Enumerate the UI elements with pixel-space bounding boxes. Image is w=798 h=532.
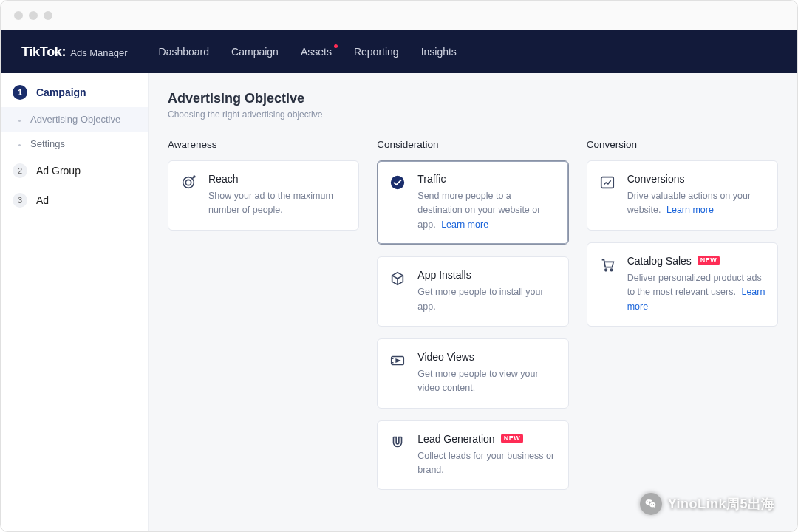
brand: TikTok: Ads Manager — [21, 44, 128, 60]
col-awareness: Awareness Reach Show your ad to the maxi… — [168, 139, 359, 502]
card-title: Conversions — [627, 173, 765, 185]
card-lead-generation[interactable]: Lead Generation NEW Collect leads for yo… — [377, 420, 568, 491]
window-frame: TikTok: Ads Manager Dashboard Campaign A… — [0, 0, 798, 532]
card-catalog-sales[interactable]: Catalog Sales NEW Deliver personalized p… — [587, 242, 778, 327]
card-desc: Get more people to view your video conte… — [417, 367, 556, 396]
cube-icon — [388, 269, 407, 288]
card-desc: Deliver personalized product ads to the … — [627, 271, 765, 314]
col-consideration: Consideration Traffic Send more people t… — [377, 139, 568, 502]
col-conversion: Conversion Conversions Drive valuable ac… — [587, 139, 778, 502]
card-desc: Send more people to a destination on you… — [417, 189, 556, 232]
col-head-conversion: Conversion — [587, 139, 778, 150]
sidebar-step-ad-group[interactable]: 2 Ad Group — [1, 156, 148, 185]
card-desc: Collect leads for your business or brand… — [417, 449, 556, 478]
step-label: Ad Group — [36, 165, 81, 177]
card-desc: Drive valuable actions on your website. … — [627, 189, 765, 218]
svg-point-5 — [604, 269, 607, 271]
card-title: Lead Generation NEW — [417, 433, 556, 445]
window-titlebar — [1, 1, 797, 30]
nav-dashboard[interactable]: Dashboard — [159, 46, 210, 58]
objective-columns: Awareness Reach Show your ad to the maxi… — [168, 139, 778, 502]
page-subtitle: Choosing the right advertising objective — [168, 109, 778, 120]
brand-product: Ads Manager — [70, 47, 127, 58]
card-desc: Show your ad to the maximum number of pe… — [208, 189, 347, 218]
top-nav: TikTok: Ads Manager Dashboard Campaign A… — [1, 30, 797, 73]
new-badge: NEW — [501, 434, 524, 443]
magnet-icon — [388, 433, 407, 452]
card-title: Traffic — [417, 173, 556, 185]
video-icon — [388, 351, 407, 370]
card-title: Video Views — [417, 351, 556, 363]
sidebar-step-ad[interactable]: 3 Ad — [1, 185, 148, 215]
sidebar-step-campaign[interactable]: 1 Campaign — [1, 78, 148, 107]
col-head-awareness: Awareness — [168, 139, 359, 150]
step-label: Ad — [36, 194, 49, 206]
learn-more-link[interactable]: Learn more — [441, 219, 488, 230]
card-app-installs[interactable]: App Installs Get more people to install … — [377, 256, 568, 327]
card-traffic[interactable]: Traffic Send more people to a destinatio… — [377, 160, 568, 245]
step-label: Campaign — [36, 86, 86, 98]
brand-logo: TikTok: — [21, 44, 66, 60]
card-title: Reach — [208, 173, 347, 185]
svg-point-2 — [391, 176, 404, 189]
main-panel: Advertising Objective Choosing the right… — [149, 73, 797, 531]
step-num: 1 — [13, 85, 27, 100]
cart-icon — [598, 255, 617, 274]
chart-up-icon — [598, 173, 617, 192]
nav-campaign[interactable]: Campaign — [231, 46, 279, 58]
content-area: 1 Campaign Advertising Objective Setting… — [1, 73, 797, 531]
window-dot — [44, 11, 52, 20]
nav-items: Dashboard Campaign Assets Reporting Insi… — [159, 46, 457, 58]
col-head-consideration: Consideration — [377, 139, 568, 150]
card-title: Catalog Sales NEW — [627, 255, 765, 267]
window-dot — [29, 11, 38, 20]
card-desc: Get more people to install your app. — [417, 285, 556, 314]
page-title: Advertising Objective — [168, 91, 778, 106]
card-reach[interactable]: Reach Show your ad to the maximum number… — [168, 160, 359, 231]
nav-assets[interactable]: Assets — [301, 46, 332, 58]
window-dot — [14, 11, 23, 20]
sidebar-sub-advertising-objective[interactable]: Advertising Objective — [1, 107, 148, 132]
card-conversions[interactable]: Conversions Drive valuable actions on yo… — [587, 160, 778, 231]
sidebar: 1 Campaign Advertising Objective Setting… — [1, 73, 149, 531]
nav-insights[interactable]: Insights — [421, 46, 457, 58]
substep-label: Settings — [30, 138, 65, 149]
svg-point-1 — [185, 180, 191, 185]
check-circle-icon — [388, 173, 407, 192]
sidebar-sub-settings[interactable]: Settings — [1, 132, 148, 156]
svg-point-0 — [183, 177, 194, 188]
new-badge: NEW — [698, 256, 720, 265]
learn-more-link[interactable]: Learn more — [666, 205, 714, 215]
svg-rect-4 — [601, 177, 613, 188]
target-icon — [179, 173, 198, 192]
step-num: 2 — [13, 163, 27, 178]
nav-reporting[interactable]: Reporting — [354, 46, 399, 58]
card-video-views[interactable]: Video Views Get more people to view your… — [377, 338, 568, 409]
step-num: 3 — [13, 193, 27, 208]
card-title: App Installs — [417, 269, 556, 281]
svg-point-6 — [610, 269, 613, 271]
substep-label: Advertising Objective — [30, 114, 120, 125]
